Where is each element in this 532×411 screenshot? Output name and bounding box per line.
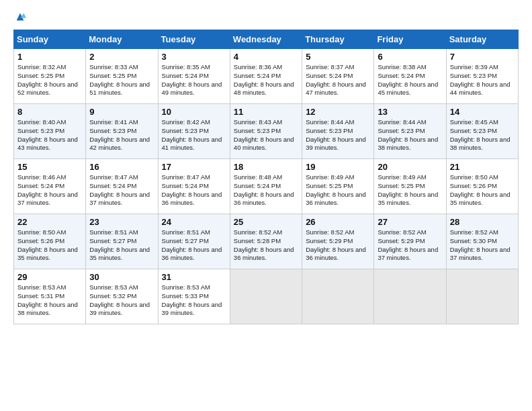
calendar-cell: 11Sunrise: 8:43 AMSunset: 5:23 PMDayligh…: [230, 104, 302, 159]
day-info: Sunrise: 8:47 AMSunset: 5:24 PMDaylight:…: [89, 173, 154, 208]
day-number: 11: [234, 107, 299, 117]
day-info: Sunrise: 8:49 AMSunset: 5:25 PMDaylight:…: [306, 173, 371, 208]
calendar-cell: 9Sunrise: 8:41 AMSunset: 5:23 PMDaylight…: [86, 104, 158, 159]
calendar-week-row: 22Sunrise: 8:50 AMSunset: 5:26 PMDayligh…: [14, 214, 519, 269]
day-info: Sunrise: 8:46 AMSunset: 5:24 PMDaylight:…: [17, 173, 83, 208]
calendar-cell: 16Sunrise: 8:47 AMSunset: 5:24 PMDayligh…: [86, 159, 158, 214]
calendar-cell: 8Sunrise: 8:40 AMSunset: 5:23 PMDaylight…: [14, 104, 86, 159]
calendar-week-row: 1Sunrise: 8:32 AMSunset: 5:25 PMDaylight…: [14, 49, 519, 104]
day-number: 22: [17, 217, 83, 227]
day-number: 18: [234, 162, 299, 172]
calendar-col-saturday: Saturday: [446, 30, 518, 49]
calendar-table: SundayMondayTuesdayWednesdayThursdayFrid…: [13, 30, 519, 324]
day-info: Sunrise: 8:37 AMSunset: 5:24 PMDaylight:…: [306, 63, 371, 97]
calendar-cell: 28Sunrise: 8:52 AMSunset: 5:30 PMDayligh…: [446, 214, 518, 269]
day-number: 16: [89, 162, 154, 172]
calendar-cell: [374, 269, 446, 324]
calendar-cell: 29Sunrise: 8:53 AMSunset: 5:31 PMDayligh…: [14, 269, 86, 324]
calendar-col-thursday: Thursday: [302, 30, 374, 49]
day-info: Sunrise: 8:50 AMSunset: 5:26 PMDaylight:…: [450, 173, 515, 208]
calendar-cell: 2Sunrise: 8:33 AMSunset: 5:25 PMDaylight…: [86, 49, 158, 104]
day-info: Sunrise: 8:48 AMSunset: 5:24 PMDaylight:…: [234, 173, 299, 208]
day-info: Sunrise: 8:49 AMSunset: 5:25 PMDaylight:…: [378, 173, 443, 208]
calendar-cell: 4Sunrise: 8:36 AMSunset: 5:24 PMDaylight…: [230, 49, 302, 104]
calendar-cell: 12Sunrise: 8:44 AMSunset: 5:23 PMDayligh…: [302, 104, 374, 159]
calendar-cell: 24Sunrise: 8:51 AMSunset: 5:27 PMDayligh…: [158, 214, 230, 269]
calendar-cell: [302, 269, 374, 324]
day-number: 21: [450, 162, 515, 172]
calendar-cell: 10Sunrise: 8:42 AMSunset: 5:23 PMDayligh…: [158, 104, 230, 159]
day-number: 9: [89, 107, 154, 117]
day-info: Sunrise: 8:33 AMSunset: 5:25 PMDaylight:…: [89, 63, 154, 97]
day-number: 31: [162, 272, 227, 282]
calendar-header-row: SundayMondayTuesdayWednesdayThursdayFrid…: [14, 30, 519, 49]
day-number: 1: [17, 52, 83, 62]
day-info: Sunrise: 8:50 AMSunset: 5:26 PMDaylight:…: [17, 228, 83, 263]
logo: [13, 11, 26, 23]
calendar-cell: [230, 269, 302, 324]
day-info: Sunrise: 8:52 AMSunset: 5:28 PMDaylight:…: [234, 228, 299, 263]
day-number: 17: [162, 162, 227, 172]
day-number: 29: [17, 272, 83, 282]
page: SundayMondayTuesdayWednesdayThursdayFrid…: [0, 0, 532, 332]
calendar-col-friday: Friday: [374, 30, 446, 49]
calendar-col-sunday: Sunday: [14, 30, 86, 49]
calendar-cell: 6Sunrise: 8:38 AMSunset: 5:24 PMDaylight…: [374, 49, 446, 104]
day-info: Sunrise: 8:42 AMSunset: 5:23 PMDaylight:…: [162, 118, 227, 152]
day-info: Sunrise: 8:43 AMSunset: 5:23 PMDaylight:…: [234, 118, 299, 152]
logo-icon: [14, 11, 26, 23]
day-number: 12: [306, 107, 371, 117]
calendar-cell: 15Sunrise: 8:46 AMSunset: 5:24 PMDayligh…: [14, 159, 86, 214]
day-number: 7: [450, 52, 515, 62]
day-number: 26: [306, 217, 371, 227]
day-info: Sunrise: 8:32 AMSunset: 5:25 PMDaylight:…: [17, 63, 83, 97]
day-number: 28: [450, 217, 515, 227]
calendar-cell: 23Sunrise: 8:51 AMSunset: 5:27 PMDayligh…: [86, 214, 158, 269]
day-number: 14: [450, 107, 515, 117]
day-number: 24: [162, 217, 227, 227]
day-info: Sunrise: 8:44 AMSunset: 5:23 PMDaylight:…: [306, 118, 371, 152]
day-number: 10: [162, 107, 227, 117]
day-info: Sunrise: 8:40 AMSunset: 5:23 PMDaylight:…: [17, 118, 83, 152]
calendar-cell: 7Sunrise: 8:39 AMSunset: 5:23 PMDaylight…: [446, 49, 518, 104]
calendar-cell: 3Sunrise: 8:35 AMSunset: 5:24 PMDaylight…: [158, 49, 230, 104]
day-info: Sunrise: 8:51 AMSunset: 5:27 PMDaylight:…: [89, 228, 154, 263]
calendar-cell: 21Sunrise: 8:50 AMSunset: 5:26 PMDayligh…: [446, 159, 518, 214]
day-number: 23: [89, 217, 154, 227]
day-info: Sunrise: 8:52 AMSunset: 5:29 PMDaylight:…: [306, 228, 371, 263]
day-info: Sunrise: 8:52 AMSunset: 5:30 PMDaylight:…: [450, 228, 515, 263]
calendar-cell: 18Sunrise: 8:48 AMSunset: 5:24 PMDayligh…: [230, 159, 302, 214]
day-number: 19: [306, 162, 371, 172]
day-info: Sunrise: 8:36 AMSunset: 5:24 PMDaylight:…: [234, 63, 299, 97]
day-info: Sunrise: 8:52 AMSunset: 5:29 PMDaylight:…: [378, 228, 443, 263]
day-number: 27: [378, 217, 443, 227]
day-number: 6: [378, 52, 443, 62]
calendar-cell: 30Sunrise: 8:53 AMSunset: 5:32 PMDayligh…: [86, 269, 158, 324]
header: [13, 11, 519, 23]
day-number: 30: [89, 272, 154, 282]
calendar-cell: 5Sunrise: 8:37 AMSunset: 5:24 PMDaylight…: [302, 49, 374, 104]
calendar-week-row: 15Sunrise: 8:46 AMSunset: 5:24 PMDayligh…: [14, 159, 519, 214]
calendar-week-row: 29Sunrise: 8:53 AMSunset: 5:31 PMDayligh…: [14, 269, 519, 324]
calendar-week-row: 8Sunrise: 8:40 AMSunset: 5:23 PMDaylight…: [14, 104, 519, 159]
day-number: 13: [378, 107, 443, 117]
day-number: 8: [17, 107, 83, 117]
day-number: 4: [234, 52, 299, 62]
day-number: 2: [89, 52, 154, 62]
calendar-cell: 1Sunrise: 8:32 AMSunset: 5:25 PMDaylight…: [14, 49, 86, 104]
calendar-cell: 26Sunrise: 8:52 AMSunset: 5:29 PMDayligh…: [302, 214, 374, 269]
calendar-cell: 17Sunrise: 8:47 AMSunset: 5:24 PMDayligh…: [158, 159, 230, 214]
day-number: 5: [306, 52, 371, 62]
day-number: 15: [17, 162, 83, 172]
calendar-cell: 22Sunrise: 8:50 AMSunset: 5:26 PMDayligh…: [14, 214, 86, 269]
day-info: Sunrise: 8:45 AMSunset: 5:23 PMDaylight:…: [450, 118, 515, 152]
day-info: Sunrise: 8:41 AMSunset: 5:23 PMDaylight:…: [89, 118, 154, 152]
calendar-cell: 19Sunrise: 8:49 AMSunset: 5:25 PMDayligh…: [302, 159, 374, 214]
calendar-cell: 14Sunrise: 8:45 AMSunset: 5:23 PMDayligh…: [446, 104, 518, 159]
day-info: Sunrise: 8:47 AMSunset: 5:24 PMDaylight:…: [162, 173, 227, 208]
calendar-cell: 27Sunrise: 8:52 AMSunset: 5:29 PMDayligh…: [374, 214, 446, 269]
day-info: Sunrise: 8:53 AMSunset: 5:31 PMDaylight:…: [17, 283, 83, 318]
calendar-cell: 31Sunrise: 8:53 AMSunset: 5:33 PMDayligh…: [158, 269, 230, 324]
day-info: Sunrise: 8:38 AMSunset: 5:24 PMDaylight:…: [378, 63, 443, 97]
calendar-col-wednesday: Wednesday: [230, 30, 302, 49]
